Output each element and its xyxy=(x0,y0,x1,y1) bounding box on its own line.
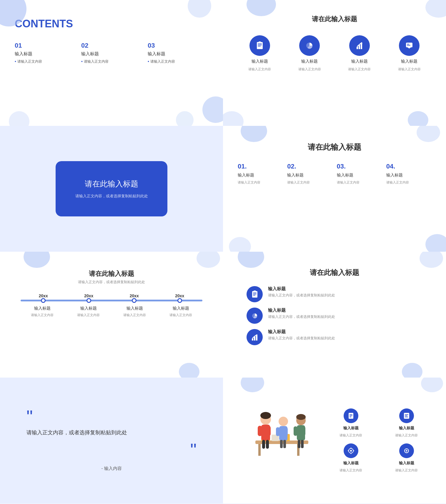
icon-grid-2x2: 输入标题 请输入正文内容 输入标题 请输入正文内容 xyxy=(326,408,431,473)
icon-card-title-2: 输入标题 xyxy=(399,425,414,431)
icon-card-circle-3 xyxy=(344,443,358,458)
icon-list: 输入标题 请输入正文内容，或者选择复制粘贴到此处 输入标题 请输入正文内容，或者… xyxy=(238,286,431,345)
timeline-item-4: 输入标题 请输入正文内容 xyxy=(159,306,202,317)
icon-item-1: 输入标题 请输入正文内容 xyxy=(238,35,282,71)
timeline-dot-1 xyxy=(41,298,46,303)
svg-point-32 xyxy=(279,417,288,426)
svg-rect-28 xyxy=(258,426,262,436)
svg-rect-41 xyxy=(302,426,305,436)
icon-title-3: 输入标题 xyxy=(351,59,368,64)
svg-rect-21 xyxy=(258,444,261,456)
icon-circle-2 xyxy=(299,35,320,56)
svg-rect-52 xyxy=(405,415,407,416)
numbered-title-2: 输入标题 xyxy=(287,173,332,178)
timeline-item-3: 输入标题 请输入正文内容 xyxy=(113,306,156,317)
svg-point-45 xyxy=(296,414,306,420)
timeline-item-desc-4: 请输入正文内容 xyxy=(159,313,202,317)
slide-people-icons: 输入标题 请输入正文内容 输入标题 请输入正文内容 xyxy=(223,378,446,503)
svg-rect-11 xyxy=(407,45,410,46)
svg-rect-47 xyxy=(350,414,352,415)
contents-title-1: 输入标题 xyxy=(15,51,75,57)
contents-num-1: 01 xyxy=(15,42,75,49)
icon-list-circle-3 xyxy=(247,329,263,345)
timeline-item-desc-1: 请输入正文内容 xyxy=(21,313,64,317)
icon-desc-2: 请输入正文内容 xyxy=(298,67,321,71)
numbered-desc-2: 请输入正文内容 xyxy=(287,180,332,185)
slide-icon-list: 请在此输入标题 输入标题 请输入正文内容，或者选择复制粘贴到此处 xyxy=(223,252,446,378)
timeline-items: 输入标题 请输入正文内容 输入标题 请输入正文内容 输入标题 请输入正文内容 输… xyxy=(21,306,202,317)
numbered-item-2: 02. 输入标题 请输入正文内容 xyxy=(287,163,332,185)
svg-rect-19 xyxy=(256,335,257,341)
icon-list-item-1: 输入标题 请输入正文内容，或者选择复制粘贴到此处 xyxy=(247,286,422,302)
contents-title: CONTENTS xyxy=(15,18,208,30)
svg-rect-5 xyxy=(357,47,358,49)
numbered-item-3: 03. 输入标题 请输入正文内容 xyxy=(337,163,382,185)
blue-box-subtitle: 请输入正文内容，或者选择复制粘贴到此处 xyxy=(70,193,153,199)
icon-card-desc-1: 请输入正文内容 xyxy=(340,433,362,438)
icon-list-title-2: 输入标题 xyxy=(268,308,335,313)
people-illustration xyxy=(238,399,320,482)
contents-num-3: 03 xyxy=(148,42,208,49)
icon-circle-4 xyxy=(399,35,420,56)
slide5-subtitle: 请输入正文内容，或者选择复制粘贴到此处 xyxy=(15,280,208,285)
icon-card-desc-3: 请输入正文内容 xyxy=(340,468,362,473)
quote-open-mark: " xyxy=(26,410,33,424)
svg-rect-36 xyxy=(280,440,283,448)
svg-rect-48 xyxy=(350,415,352,416)
icon-item-2: 输入标题 请输入正文内容 xyxy=(288,35,332,71)
contents-bullet-3: 请输入正文内容 xyxy=(148,59,208,64)
svg-rect-13 xyxy=(253,293,257,293)
icon-title-4: 输入标题 xyxy=(401,59,417,64)
slide2-title: 请在此输入标题 xyxy=(238,15,431,24)
timeline-years: 20xx 20xx 20xx 20xx xyxy=(21,293,202,298)
svg-rect-15 xyxy=(253,295,255,296)
numbered-item-4: 04. 输入标题 请输入正文内容 xyxy=(386,163,431,185)
blue-box: 请在此输入标题 请输入正文内容，或者选择复制粘贴到此处 xyxy=(56,161,167,216)
blue-box-title: 请在此输入标题 xyxy=(70,179,153,189)
timeline-dot-2 xyxy=(86,298,91,303)
timeline-dot-4 xyxy=(177,298,182,303)
svg-rect-43 xyxy=(301,440,304,448)
timeline-item-title-1: 输入标题 xyxy=(21,306,64,311)
svg-rect-0 xyxy=(257,42,263,49)
svg-rect-1 xyxy=(258,44,262,44)
timeline-item-desc-2: 请输入正文内容 xyxy=(67,313,110,317)
svg-point-61 xyxy=(406,450,407,452)
icon-card-2: 输入标题 请输入正文内容 xyxy=(382,408,431,438)
slide-quote: " 请输入正文内容，或者选择复制粘贴到此处 " - 输入内容 xyxy=(0,378,223,503)
contents-bullet-1: 请输入正文内容 xyxy=(15,59,75,64)
quote-author: - 输入内容 xyxy=(101,466,122,471)
contents-title-2: 输入标题 xyxy=(81,51,142,57)
icon-list-title-1: 输入标题 xyxy=(268,286,335,292)
icon-title-1: 输入标题 xyxy=(252,59,268,64)
timeline-dot-3 xyxy=(132,298,137,303)
svg-rect-3 xyxy=(258,46,261,46)
numbered-num-2: 02. xyxy=(287,163,332,170)
icon-list-desc-3: 请输入正文内容，或者选择复制粘贴到此处 xyxy=(268,336,335,341)
svg-rect-37 xyxy=(283,440,286,448)
slide-icons-grid: 请在此输入标题 输入标题 请输入正文内容 xyxy=(223,0,446,126)
contents-num-2: 02 xyxy=(81,42,142,49)
svg-rect-49 xyxy=(350,417,351,417)
icon-card-circle-1 xyxy=(344,408,358,423)
icon-desc-1: 请输入正文内容 xyxy=(248,67,271,71)
numbered-desc-1: 请输入正文内容 xyxy=(238,180,283,185)
numbered-desc-4: 请输入正文内容 xyxy=(386,180,431,185)
numbered-num-3: 03. xyxy=(337,163,382,170)
quote-text: 请输入正文内容，或者选择复制粘贴到此处 xyxy=(26,428,127,437)
slide-contents: CONTENTS 01 输入标题 请输入正文内容 02 输入标题 请输入正文内容… xyxy=(0,0,223,126)
timeline-item-title-4: 输入标题 xyxy=(159,306,202,311)
contents-item-2: 02 输入标题 请输入正文内容 xyxy=(81,42,142,64)
timeline-year-3: 20xx xyxy=(112,293,157,298)
svg-rect-29 xyxy=(266,426,271,436)
slide-blue-box: 请在此输入标题 请输入正文内容，或者选择复制粘贴到此处 xyxy=(0,126,223,252)
timeline-item-1: 输入标题 请输入正文内容 xyxy=(21,306,64,317)
icon-circle-3 xyxy=(349,35,370,56)
slide4-title: 请在此输入标题 xyxy=(238,142,431,152)
numbered-item-1: 01. 输入标题 请输入正文内容 xyxy=(238,163,283,185)
timeline-container: 20xx 20xx 20xx 20xx 输入标题 请输入正文内容 输入标题 请输… xyxy=(15,293,208,317)
svg-rect-40 xyxy=(294,426,297,436)
icon-card-desc-2: 请输入正文内容 xyxy=(395,433,418,438)
contents-item-3: 03 输入标题 请输入正文内容 xyxy=(148,42,208,64)
svg-rect-30 xyxy=(262,440,265,449)
